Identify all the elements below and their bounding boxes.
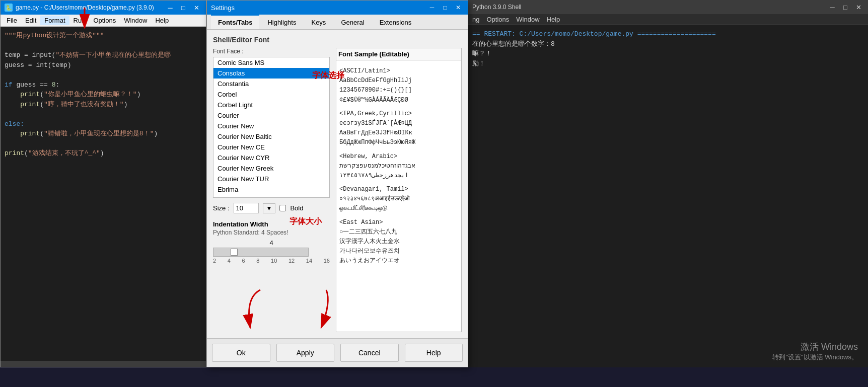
font-item-courier-new-greek[interactable]: Courier New Greek	[213, 163, 329, 174]
menu-options[interactable]: Options	[89, 16, 120, 25]
font-section: Font Face : Comic Sans MS Consolas Const…	[213, 48, 462, 332]
font-item-constantia[interactable]: Constantia	[213, 79, 329, 89]
code-line	[5, 139, 202, 149]
ok-button[interactable]: Ok	[212, 344, 270, 362]
font-item-courier-new[interactable]: Courier New	[213, 121, 329, 131]
dialog-close-btn[interactable]: ✕	[453, 3, 464, 12]
dialog-tabs: Fonts/Tabs Highlights Keys General Exten…	[207, 15, 468, 30]
editor-content[interactable]: """用python设计第一个游戏""" temp = input("不妨猜一下…	[1, 27, 206, 361]
dialog-titlebar: Settings ─ □ ✕	[207, 1, 468, 15]
indent-value: 4	[213, 239, 330, 247]
font-list[interactable]: Comic Sans MS Consolas Constantia Corbel…	[213, 57, 330, 198]
font-item-courier-new-tur[interactable]: Courier New TUR	[213, 174, 329, 184]
sample-east-asian: <East Asian> ○一二三四五六七八九 汉字漢字人木火土金水 가나다러모…	[339, 218, 458, 266]
apply-button[interactable]: Apply	[276, 344, 335, 362]
sample-ipa: <IPA,Greek,Cyrillic> еєэгзуЗіЅЃЈГА`[ÅÆ¤Ц…	[339, 109, 458, 148]
code-line: temp = input("不妨猜一下小甲鱼现在的心里想的是哪	[5, 50, 202, 60]
code-line: if guess == 8:	[5, 80, 202, 90]
tab-general[interactable]: General	[334, 15, 371, 29]
tab-highlights[interactable]: Highlights	[260, 15, 303, 29]
code-line: print("哼，猜中了也没有奖励！")	[5, 100, 202, 110]
size-row: Size : ▼ Bold	[213, 203, 330, 213]
code-line	[5, 41, 202, 51]
terminal-menu-help[interactable]: Help	[547, 16, 560, 23]
scrollbar[interactable]	[1, 361, 206, 367]
font-item-corbel-light[interactable]: Corbel Light	[213, 100, 329, 110]
code-line: guess = int(temp)	[5, 60, 202, 70]
code-line: print("你是小甲鱼心里的蛔虫嘛？！")	[5, 90, 202, 100]
terminal-output-1: 在的心里想的是哪个数字：8	[472, 39, 864, 49]
close-btn[interactable]: ✕	[191, 3, 202, 12]
editor-window: 🐍 game.py - C:/Users/momo/Desktop/game.p…	[0, 0, 206, 367]
terminal-min-btn[interactable]: ─	[827, 3, 838, 12]
font-right-panel: Font Sample (Editable) <ASCII/Latin1> Aa…	[336, 48, 462, 332]
terminal-output-2: 嘛？！	[472, 49, 864, 59]
font-sample-scroll[interactable]: <ASCII/Latin1> AaBbCcDdEeFfGgHhIiJj 1234…	[336, 63, 461, 332]
cancel-button[interactable]: Cancel	[340, 344, 399, 362]
minimize-btn[interactable]: ─	[165, 3, 176, 12]
dialog-body: Shell/Editor Font Font Face : Comic Sans…	[207, 30, 468, 338]
titlebar-buttons: ─ □ ✕	[426, 3, 464, 12]
font-item-courier-new-cyr[interactable]: Courier New CYR	[213, 152, 329, 163]
code-line: else:	[5, 119, 202, 129]
settings-dialog: Settings ─ □ ✕ Fonts/Tabs Highlights Key…	[206, 0, 468, 367]
font-item-corbel[interactable]: Corbel	[213, 89, 329, 100]
font-item-consolas[interactable]: Consolas	[213, 68, 329, 79]
terminal-output-3: 励！	[472, 59, 864, 69]
terminal-max-btn[interactable]: □	[840, 3, 851, 12]
editor-title: game.py - C:/Users/momo/Desktop/game.py …	[16, 4, 154, 11]
font-face-label: Font Face :	[213, 48, 330, 55]
indentation-section: Indentation Width Python Standard: 4 Spa…	[213, 220, 330, 264]
dialog-minimize-btn[interactable]: ─	[426, 3, 438, 12]
font-item-ebrima[interactable]: Ebrima	[213, 184, 329, 195]
terminal-close-btn[interactable]: ✕	[853, 3, 864, 12]
tab-keys[interactable]: Keys	[304, 15, 333, 29]
tab-extensions[interactable]: Extensions	[373, 15, 419, 29]
terminal-menubar: ng Options Window Help	[468, 14, 868, 25]
help-button[interactable]: Help	[405, 344, 463, 362]
menu-help[interactable]: Help	[151, 16, 173, 25]
terminal-title: Python 3.9.0 Shell	[472, 4, 521, 11]
font-list-wrapper: Comic Sans MS Consolas Constantia Corbel…	[213, 57, 330, 198]
code-line	[5, 109, 202, 119]
menu-run[interactable]: Run	[69, 16, 90, 25]
tab-fonts-tabs[interactable]: Fonts/Tabs	[211, 15, 259, 29]
editor-titlebar: 🐍 game.py - C:/Users/momo/Desktop/game.p…	[1, 1, 206, 15]
sample-ascii: <ASCII/Latin1> AaBbCcDdEeFfGgHhIiJj 1234…	[339, 66, 458, 105]
slider-track[interactable]	[213, 248, 309, 257]
menu-file[interactable]: File	[3, 16, 21, 25]
font-sample-content: <ASCII/Latin1> AaBbCcDdEeFfGgHhIiJj 1234…	[339, 66, 458, 266]
font-item-courier-new-ce[interactable]: Courier New CE	[213, 142, 329, 152]
terminal-menu-options[interactable]: Options	[486, 16, 509, 23]
sample-devanagari: <Devanagari, Tamil> ०१२३४५६७८९अआइईउऊएऐओ …	[339, 185, 458, 214]
font-item-fixedsys[interactable]: Fixedsys	[213, 195, 329, 198]
terminal-restart-line: == RESTART: C:/Users/momo/Desktop/game.p…	[472, 29, 864, 39]
font-left: Font Face : Comic Sans MS Consolas Const…	[213, 48, 330, 332]
terminal-menu-ng[interactable]: ng	[472, 16, 479, 23]
font-item-courier-new-baltic[interactable]: Courier New Baltic	[213, 131, 329, 142]
shell-editor-font-label: Shell/Editor Font	[213, 36, 462, 44]
terminal-menu-window[interactable]: Window	[516, 16, 539, 23]
code-line: print("猜错啦，小甲鱼现在心里想的是8！")	[5, 129, 202, 139]
menu-format[interactable]: Format	[40, 16, 69, 25]
terminal-titlebar: Python 3.9.0 Shell ─ □ ✕	[468, 0, 868, 14]
maximize-btn[interactable]: □	[178, 3, 189, 12]
font-item-comic-sans[interactable]: Comic Sans MS	[213, 57, 329, 68]
code-line: """用python设计第一个游戏"""	[5, 31, 202, 41]
bold-checkbox[interactable]	[279, 205, 286, 211]
terminal-titlebar-btns: ─ □ ✕	[827, 3, 864, 12]
indentation-subtitle: Python Standard: 4 Spaces!	[213, 229, 330, 236]
terminal-content[interactable]: == RESTART: C:/Users/momo/Desktop/game.p…	[468, 25, 868, 367]
editor-icon: 🐍	[5, 4, 13, 12]
font-sample-title: Font Sample (Editable)	[336, 48, 461, 60]
menu-edit[interactable]: Edit	[21, 16, 40, 25]
size-input[interactable]	[234, 203, 259, 213]
dialog-footer: Ok Apply Cancel Help	[207, 338, 468, 367]
size-decrease-btn[interactable]: ▼	[263, 203, 276, 213]
font-item-courier[interactable]: Courier	[213, 110, 329, 121]
code-line: print("游戏结束，不玩了^_^")	[5, 148, 202, 159]
code-line	[5, 70, 202, 80]
dialog-maximize-btn[interactable]: □	[440, 3, 451, 12]
slider-thumb[interactable]	[231, 249, 238, 256]
menu-window[interactable]: Window	[120, 16, 151, 25]
